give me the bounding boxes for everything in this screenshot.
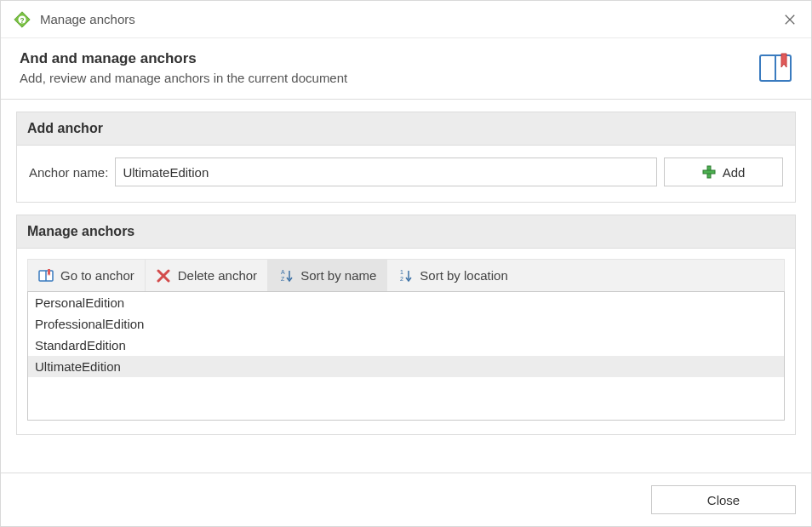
svg-rect-8 [703, 170, 715, 174]
window-title: Manage anchors [40, 12, 777, 26]
add-anchor-group: Add anchor Anchor name: Add [16, 112, 796, 203]
svg-text:2: 2 [400, 276, 403, 282]
close-icon[interactable] [777, 7, 803, 32]
close-button-label: Close [707, 493, 740, 507]
sort-by-location-button[interactable]: 1 2 Sort by location [387, 260, 518, 291]
titlebar: ? Manage anchors [1, 1, 811, 38]
svg-text:Z: Z [281, 276, 285, 282]
page-title: And and manage anchors [20, 50, 750, 67]
svg-text:A: A [281, 269, 285, 275]
anchor-name-input[interactable] [115, 158, 657, 186]
delete-x-icon [156, 268, 171, 284]
add-anchor-group-title: Add anchor [17, 112, 795, 146]
svg-text:?: ? [20, 16, 24, 24]
sort-az-icon: A Z [278, 268, 294, 284]
page-subtitle: Add, review and manage anchors in the cu… [20, 71, 750, 85]
sort-by-name-button[interactable]: A Z Sort by name [268, 260, 387, 291]
add-button-label: Add [723, 165, 746, 180]
sort-by-name-label: Sort by name [300, 268, 376, 283]
manage-anchors-group-title: Manage anchors [17, 215, 795, 249]
dialog-header: And and manage anchors Add, review and m… [1, 38, 811, 100]
delete-anchor-label: Delete anchor [178, 268, 257, 283]
list-item[interactable]: PersonalEdition [28, 292, 784, 313]
book-bookmark-icon [758, 52, 792, 84]
plus-icon [702, 165, 716, 179]
add-button[interactable]: Add [664, 158, 783, 186]
delete-anchor-button[interactable]: Delete anchor [146, 260, 268, 291]
anchors-toolbar: Go to anchor Delete anchor [27, 259, 785, 291]
manage-anchors-group: Manage anchors Go to anchor [16, 215, 796, 435]
svg-text:1: 1 [400, 269, 403, 275]
close-button[interactable]: Close [651, 485, 796, 514]
sort-by-location-label: Sort by location [420, 268, 507, 283]
list-item[interactable]: ProfessionalEdition [28, 313, 784, 335]
anchor-name-label: Anchor name: [29, 165, 108, 180]
goto-anchor-button[interactable]: Go to anchor [28, 260, 146, 291]
anchors-list[interactable]: PersonalEditionProfessionalEditionStanda… [27, 291, 785, 421]
manage-anchors-dialog: ? Manage anchors And and manage anchors … [0, 0, 812, 527]
sort-12-icon: 1 2 [397, 268, 413, 284]
list-item[interactable]: StandardEdition [28, 335, 784, 356]
app-icon: ? [13, 10, 31, 29]
book-icon [38, 268, 54, 284]
list-item[interactable]: UltimateEdition [28, 356, 784, 377]
dialog-footer: Close [1, 473, 811, 526]
goto-anchor-label: Go to anchor [60, 268, 134, 283]
